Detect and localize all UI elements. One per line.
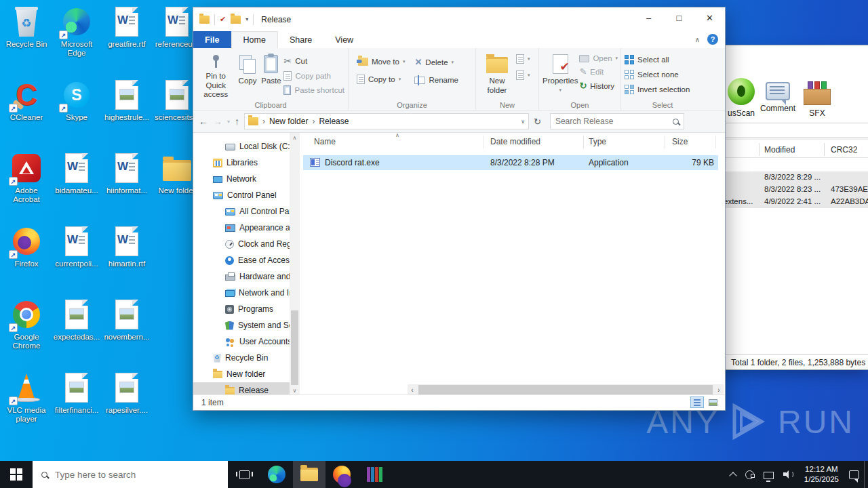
tray-ime-button[interactable] [741, 461, 759, 488]
desktop-icon-adobe-acrobat[interactable]: ↗Adobe Acrobat [1, 152, 52, 204]
refresh-button[interactable]: ↻ [534, 117, 541, 127]
desktop-icon-hiinformat[interactable]: Whiinformat... [102, 152, 152, 195]
desktop-icon-microsoft-edge[interactable]: ↗Microsoft Edge [52, 5, 102, 58]
action-center-button[interactable] [844, 461, 864, 488]
taskbar-search-input[interactable] [55, 470, 219, 480]
desktop-icon-himartin-rtf[interactable]: Whimartin.rtf [102, 225, 152, 268]
sidebar-item-local-disk-c[interactable]: Local Disk (C:) [193, 138, 299, 155]
taskbar-app-explorer[interactable] [293, 461, 326, 488]
winrar-header-crc32[interactable]: CRC32 [831, 145, 857, 155]
search-input[interactable] [555, 117, 669, 126]
taskbar-app-edge[interactable] [260, 461, 293, 488]
copy-path-button[interactable]: Copy path [283, 71, 344, 81]
search-box[interactable] [550, 113, 684, 129]
nav-scroll-thumb[interactable] [291, 310, 298, 385]
desktop-icon-novembern[interactable]: novembern... [102, 298, 152, 342]
rename-button[interactable]: Rename [414, 76, 458, 84]
desktop-icon-currentpoli[interactable]: Wcurrentpoli... [52, 225, 102, 268]
open-button[interactable]: Open ▾ [579, 54, 618, 62]
scroll-left-arrow[interactable]: ‹ [408, 386, 417, 394]
desktop-icon-skype[interactable]: S↗Skype [52, 79, 102, 122]
header-size[interactable]: Size [672, 137, 688, 146]
nav-scrollbar[interactable]: ∧ ∨ [290, 133, 300, 396]
tab-home[interactable]: Home [231, 31, 278, 48]
back-button[interactable]: ← [199, 116, 208, 127]
sidebar-item-programs[interactable]: Programs [193, 301, 299, 317]
thumbnails-view-button[interactable] [706, 396, 719, 408]
sidebar-item-user-accounts[interactable]: User Accounts [193, 333, 299, 350]
tab-share[interactable]: Share [278, 31, 323, 48]
start-button[interactable] [0, 461, 33, 488]
address-dropdown[interactable]: ∨ [521, 119, 525, 125]
up-button[interactable]: ↑ [235, 116, 239, 127]
sidebar-item-hardware-and[interactable]: Hardware and [193, 268, 299, 285]
desktop-icon-rapesilver[interactable]: rapesilver.... [102, 371, 152, 415]
maximize-button[interactable]: □ [664, 7, 694, 28]
desktop-icon-google-chrome[interactable]: ↗Google Chrome [1, 298, 52, 350]
delete-button[interactable]: ✕ Delete ▾ [414, 57, 458, 67]
sidebar-item-clock-and-regi[interactable]: Clock and Regi [193, 236, 299, 252]
move-to-button[interactable]: Move to ▾ [357, 57, 405, 66]
task-view-button[interactable] [228, 461, 260, 488]
sidebar-item-control-panel[interactable]: Control Panel [193, 187, 299, 203]
sort-ascending-icon[interactable]: ∧ [395, 132, 399, 138]
taskbar-app-winrar[interactable] [358, 461, 391, 488]
qat-properties-icon[interactable]: ✔ [220, 15, 226, 24]
breadcrumb-release[interactable]: Release [319, 117, 349, 126]
sidebar-item-network-and-in[interactable]: Network and In [193, 285, 299, 301]
help-icon[interactable]: ? [707, 34, 718, 45]
sidebar-item-ease-of-access[interactable]: Ease of Access [193, 252, 299, 268]
paste-shortcut-button[interactable]: Paste shortcut [283, 85, 344, 95]
paste-button[interactable]: Paste [260, 51, 283, 100]
taskbar-app-firefox[interactable] [326, 461, 358, 488]
details-view-button[interactable] [690, 396, 704, 408]
desktop-icon-vlc-media-player[interactable]: ↗VLC media player [1, 371, 52, 424]
select-none-button[interactable]: Select none [625, 70, 690, 79]
sidebar-item-release[interactable]: Release [193, 382, 299, 396]
desktop-icon-recycle-bin[interactable]: ♻Recycle Bin [1, 5, 52, 49]
copy-button[interactable]: Copy [237, 51, 259, 100]
address-bar[interactable]: › New folder › Release ∨ [244, 113, 529, 129]
tray-overflow-button[interactable] [726, 461, 741, 488]
winrar-comment-button[interactable]: Comment [759, 78, 797, 113]
easy-access-button[interactable]: ▾ [516, 54, 530, 64]
horizontal-scroll-thumb[interactable] [418, 385, 713, 395]
sidebar-item-all-control-pan[interactable]: All Control Pan [193, 203, 299, 220]
winrar-file-row[interactable]: 8/3/2022 8:29 ... [722, 171, 868, 184]
header-date-modified[interactable]: Date modified [490, 137, 540, 146]
tab-view[interactable]: View [323, 31, 365, 48]
minimize-button[interactable]: – [633, 7, 664, 28]
properties-button[interactable]: ✔ Properties ▾ [542, 51, 578, 100]
select-all-button[interactable]: Select all [625, 55, 690, 64]
header-type[interactable]: Type [589, 137, 606, 146]
copy-to-button[interactable]: Copy to ▾ [357, 75, 405, 84]
tray-volume-button[interactable] [778, 461, 799, 488]
pin-to-quick-access-button[interactable]: Pin to Quick access [197, 51, 235, 100]
desktop-icon-firefox[interactable]: ↗Firefox [1, 225, 52, 268]
nav-scroll-up[interactable]: ∧ [290, 133, 300, 143]
winrar-header-modified[interactable]: Modified [764, 145, 795, 155]
desktop-icon-highestrule[interactable]: highestrule... [102, 79, 152, 122]
sidebar-item-system-and-se[interactable]: System and Se [193, 317, 299, 333]
breadcrumb-new-folder[interactable]: New folder [269, 117, 308, 126]
desktop-icon-expectedas[interactable]: expectedas... [52, 298, 102, 342]
recent-locations-dropdown[interactable]: ▾ [227, 119, 230, 125]
sidebar-item-new-folder[interactable]: New folder [193, 366, 299, 382]
cut-button[interactable]: ✂ Cut [283, 56, 344, 66]
edit-button[interactable]: ✎ Edit [579, 66, 618, 77]
file-row-discord-rat-exe[interactable]: Discord rat.exe8/3/2022 8:28 PMApplicati… [303, 155, 718, 170]
winrar-file-row[interactable]: extens...4/9/2022 2:41 ...A22AB3DA [722, 196, 868, 208]
winrar-sfx-button[interactable]: SFX [798, 78, 836, 118]
desktop-icon-greatfire-rtf[interactable]: Wgreatfire.rtf [102, 5, 152, 49]
sidebar-item-appearance-an[interactable]: Appearance an [193, 220, 299, 236]
history-button[interactable]: ↻ History [579, 81, 618, 91]
desktop-icon-filterfinanci[interactable]: filterfinanci... [52, 371, 102, 415]
qat-customize-dropdown[interactable]: ▾ [245, 16, 248, 22]
invert-selection-button[interactable]: Invert selection [625, 85, 690, 94]
show-desktop-button[interactable] [864, 461, 868, 488]
winrar-virus-scan-button[interactable]: usScan [722, 78, 760, 118]
qat-new-folder-icon[interactable] [231, 16, 241, 24]
sidebar-item-libraries[interactable]: Libraries [193, 155, 299, 171]
desktop-icon-ccleaner[interactable]: C↗CCleaner [1, 79, 52, 122]
tray-network-button[interactable] [759, 461, 778, 488]
